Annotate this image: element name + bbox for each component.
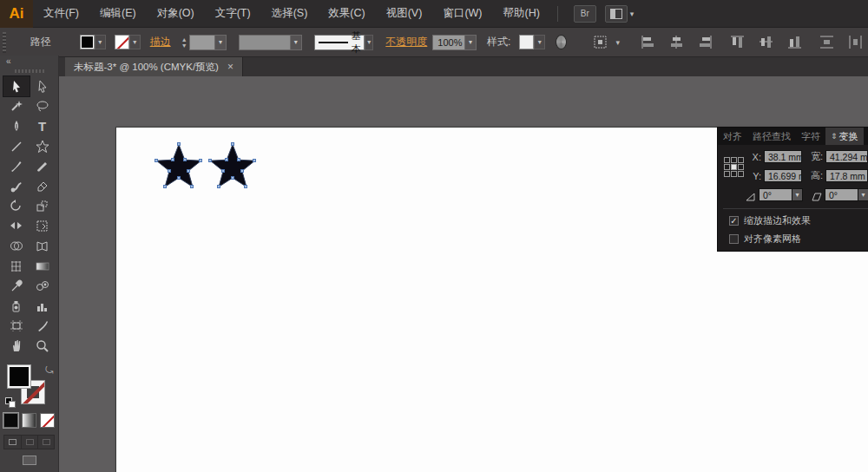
- stroke-width-select[interactable]: ▾: [189, 35, 227, 50]
- rotate-value[interactable]: 0°: [759, 188, 792, 201]
- symbol-sprayer-tool[interactable]: [3, 296, 30, 316]
- fill-dropdown-icon[interactable]: ▾: [95, 35, 106, 49]
- chevron-down-icon[interactable]: ▾: [858, 188, 868, 201]
- perspective-grid-tool[interactable]: [30, 236, 56, 256]
- align-top-icon[interactable]: [730, 35, 745, 49]
- fill-color-control[interactable]: ▾: [80, 35, 106, 49]
- checkbox-unchecked-icon[interactable]: [729, 234, 739, 244]
- distribute-vertical-icon[interactable]: [819, 35, 834, 49]
- type-tool[interactable]: T: [30, 116, 56, 136]
- paintbrush-tool[interactable]: [3, 156, 30, 176]
- scale-strokes-option[interactable]: ✓ 缩放描边和效果: [729, 214, 868, 227]
- eraser-tool[interactable]: [30, 176, 56, 196]
- opacity-panel-link[interactable]: 不透明度: [385, 35, 427, 49]
- hand-tool[interactable]: [3, 336, 30, 356]
- gradient-mode-button[interactable]: [22, 413, 36, 428]
- reference-point-locator[interactable]: [724, 157, 744, 177]
- stroke-width-stepper[interactable]: ▲ ▼: [181, 36, 187, 49]
- swap-fill-stroke-icon[interactable]: ⤿: [45, 364, 53, 376]
- y-input[interactable]: 16.699 m: [764, 169, 802, 182]
- menu-select[interactable]: 选择(S): [261, 0, 319, 28]
- tab-align[interactable]: 对齐: [718, 128, 747, 145]
- line-segment-tool[interactable]: [3, 136, 30, 156]
- panel-grip[interactable]: [3, 32, 6, 53]
- menu-effect[interactable]: 效果(C): [318, 0, 375, 28]
- stroke-color-control[interactable]: ▾: [115, 35, 141, 49]
- pencil-tool[interactable]: [30, 156, 56, 176]
- slice-tool[interactable]: [30, 316, 56, 336]
- screen-mode-button[interactable]: [23, 456, 36, 465]
- collapse-panel-icon[interactable]: «: [0, 56, 58, 67]
- draw-inside-icon[interactable]: [37, 436, 54, 449]
- pen-tool[interactable]: [3, 116, 30, 136]
- free-transform-tool[interactable]: [30, 216, 56, 236]
- column-graph-tool[interactable]: [30, 296, 56, 316]
- stroke-panel-link[interactable]: 描边: [150, 35, 171, 49]
- align-center-vertical-icon[interactable]: [759, 35, 773, 49]
- brush-dropdown-icon[interactable]: ▾: [365, 35, 373, 50]
- width-input[interactable]: 41.294 m: [825, 150, 868, 163]
- align-bottom-icon[interactable]: [787, 35, 802, 49]
- height-input[interactable]: 17.8 mm: [825, 169, 868, 182]
- recolor-artwork-icon[interactable]: [556, 35, 567, 49]
- tab-character[interactable]: 字符: [796, 128, 825, 145]
- stepper-down-icon[interactable]: ▼: [181, 43, 187, 49]
- tools-grip[interactable]: [15, 69, 44, 73]
- tab-pathfinder[interactable]: 路径查找: [747, 128, 796, 145]
- blend-tool[interactable]: [30, 276, 56, 296]
- stroke-swatch-none[interactable]: [115, 35, 129, 49]
- star-shape-1[interactable]: [155, 142, 202, 193]
- pixel-grid-option[interactable]: 对齐像素网格: [729, 233, 868, 246]
- menu-object[interactable]: 对象(O): [147, 0, 205, 28]
- rotate-tool[interactable]: [3, 196, 30, 216]
- stroke-dropdown-icon[interactable]: ▾: [129, 35, 141, 49]
- close-icon[interactable]: ×: [227, 61, 233, 73]
- menu-type[interactable]: 文字(T): [205, 0, 261, 28]
- bridge-icon[interactable]: Br: [574, 5, 596, 23]
- align-to-selector[interactable]: ▾: [588, 35, 620, 49]
- style-swatch[interactable]: [519, 35, 534, 49]
- zoom-tool[interactable]: [30, 336, 56, 356]
- mesh-tool[interactable]: [3, 256, 30, 276]
- star-shape-tool[interactable]: [30, 136, 56, 156]
- x-input[interactable]: 38.1 mm: [764, 150, 802, 163]
- document-tab[interactable]: 未标题-3* @ 100% (CMYK/预览) ×: [65, 57, 243, 76]
- stepper-up-icon[interactable]: ▲: [181, 36, 187, 43]
- fill-color-box[interactable]: [7, 364, 31, 389]
- star-shape-2[interactable]: [209, 142, 256, 193]
- width-profile-select[interactable]: ▾: [239, 35, 302, 50]
- align-left-icon[interactable]: [641, 35, 655, 49]
- brush-definition-select[interactable]: 基本: [314, 35, 365, 50]
- menu-view[interactable]: 视图(V): [376, 0, 433, 28]
- fill-swatch[interactable]: [80, 35, 95, 49]
- distribute-horizontal-icon[interactable]: [848, 35, 863, 49]
- eyedropper-tool[interactable]: [3, 276, 30, 296]
- menu-window[interactable]: 窗口(W): [432, 0, 492, 28]
- tab-transform[interactable]: ⇕ 变换: [825, 128, 864, 145]
- chevron-down-icon[interactable]: ▾: [792, 188, 803, 201]
- shear-value[interactable]: 0°: [825, 188, 858, 201]
- workspace-switcher[interactable]: ▾: [596, 5, 635, 23]
- shear-select[interactable]: 0° ▾: [825, 188, 868, 201]
- align-center-horizontal-icon[interactable]: [669, 35, 684, 49]
- style-dropdown-icon[interactable]: ▾: [534, 35, 545, 49]
- gradient-tool[interactable]: [30, 256, 56, 276]
- opacity-select[interactable]: 100% ▾: [432, 35, 477, 50]
- scale-tool[interactable]: [30, 196, 56, 216]
- blob-brush-tool[interactable]: [3, 176, 30, 196]
- lasso-tool[interactable]: [30, 96, 56, 116]
- artboard-tool[interactable]: [3, 316, 30, 336]
- selection-tool[interactable]: [3, 76, 30, 96]
- style-control[interactable]: ▾: [519, 35, 545, 49]
- shape-builder-tool[interactable]: [3, 236, 30, 256]
- checkbox-checked-icon[interactable]: ✓: [729, 216, 739, 226]
- rotate-select[interactable]: 0° ▾: [759, 188, 803, 201]
- none-mode-button[interactable]: [40, 413, 55, 428]
- align-right-icon[interactable]: [698, 35, 713, 49]
- default-fill-stroke-icon[interactable]: [5, 397, 16, 408]
- menu-help[interactable]: 帮助(H): [493, 0, 550, 28]
- menu-edit[interactable]: 编辑(E): [89, 0, 147, 28]
- magic-wand-tool[interactable]: [3, 96, 30, 116]
- draw-normal-icon[interactable]: [4, 436, 21, 449]
- menu-file[interactable]: 文件(F): [33, 0, 89, 28]
